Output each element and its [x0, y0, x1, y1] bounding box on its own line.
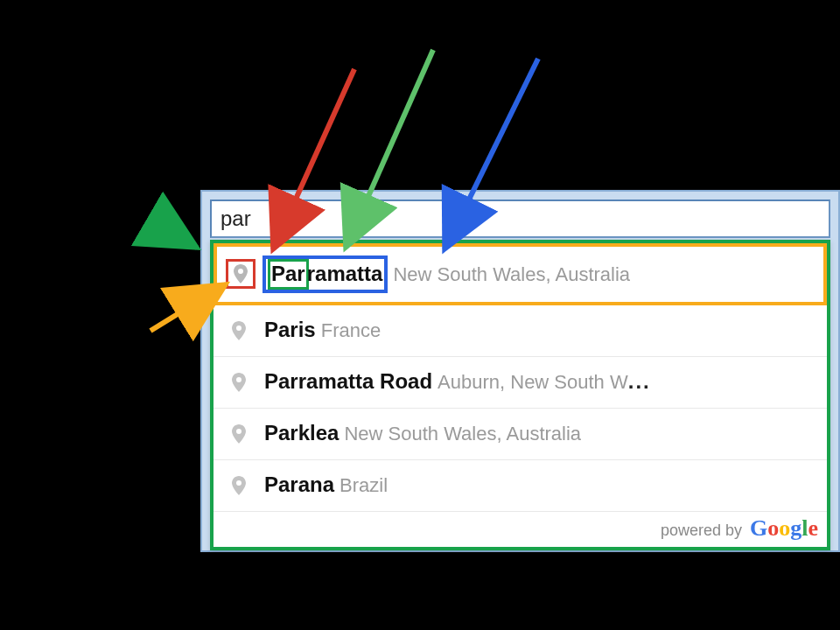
marker-icon [226, 369, 252, 396]
secondary-text: New South Wales, Australia [393, 263, 630, 285]
match-text: Par [271, 262, 305, 285]
autocomplete-widget: ParramattaNew South Wales, Australia Par… [200, 190, 840, 552]
completion-text: ramatta [307, 262, 383, 285]
suggestion-item[interactable]: ParkleaNew South Wales, Australia [214, 409, 827, 460]
suggestion-text: ParramattaNew South Wales, Australia [262, 256, 813, 293]
powered-text: powered by [661, 522, 742, 539]
completion-text: klea [298, 421, 340, 444]
match-text: Par [264, 369, 298, 393]
suggestion-text: Parramatta RoadAuburn, New South W... [264, 369, 816, 395]
suggestion-text: ParanaBrazil [264, 472, 816, 498]
suggestion-text: ParisFrance [264, 318, 816, 343]
suggestion-text: ParkleaNew South Wales, Australia [264, 421, 816, 446]
svg-line-3 [149, 220, 197, 248]
match-text: Par [264, 318, 298, 341]
marker-icon [226, 259, 256, 289]
google-logo: Google [750, 515, 818, 541]
marker-icon [226, 421, 252, 447]
marker-icon [226, 472, 252, 499]
search-input[interactable] [210, 200, 830, 238]
suggestion-item[interactable]: ParanaBrazil [214, 460, 827, 512]
powered-by-label: powered by Google [214, 512, 827, 547]
marker-icon [226, 318, 252, 344]
ellipsis: ... [628, 369, 651, 393]
secondary-text: France [321, 319, 381, 341]
suggestion-item[interactable]: ParisFrance [214, 305, 827, 357]
completion-text: ana [298, 472, 334, 496]
suggestions-dropdown: ParramattaNew South Wales, Australia Par… [210, 240, 830, 550]
secondary-text: New South Wales, Australia [344, 423, 581, 444]
suggestion-item[interactable]: ParramattaNew South Wales, Australia [214, 243, 827, 305]
suggestion-item[interactable]: Parramatta RoadAuburn, New South W... [214, 357, 827, 409]
completion-text: is [298, 318, 316, 341]
secondary-text: Brazil [340, 474, 388, 496]
match-text: Par [264, 472, 298, 496]
match-text: Par [264, 421, 298, 444]
secondary-text: Auburn, New South W [438, 371, 628, 393]
completion-text: ramatta Road [298, 369, 432, 393]
